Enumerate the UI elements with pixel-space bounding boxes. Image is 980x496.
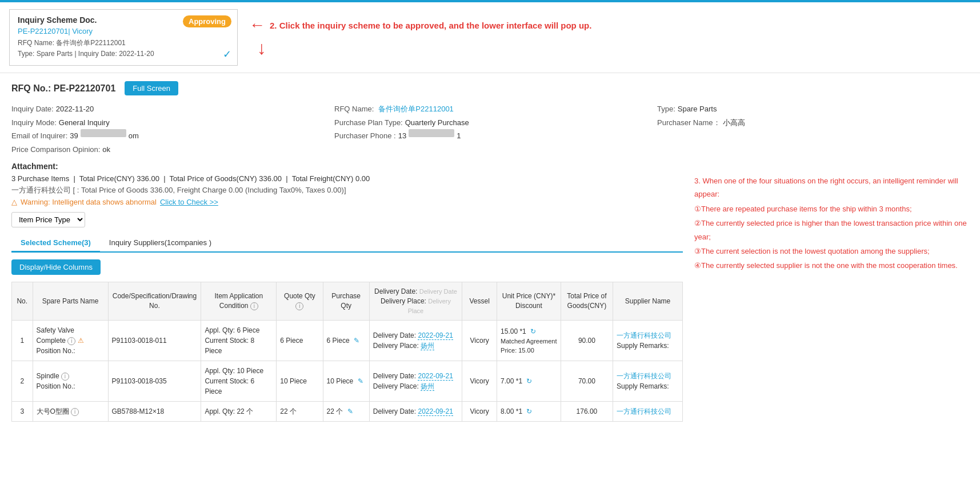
- td-quote-qty-2: 10 Piece: [277, 361, 323, 402]
- item-price-type-row: Item Price Type: [11, 212, 683, 227]
- tab-inquiry-suppliers[interactable]: Inquiry Suppliers(1companies ): [100, 234, 221, 251]
- refresh-icon-2[interactable]: ↻: [526, 377, 532, 385]
- warning-icon-1: ⚠: [78, 337, 84, 345]
- annotation-step2: ← 2. Click the inquiry scheme to be appr…: [249, 16, 591, 34]
- edit-icon-3[interactable]: ✎: [347, 407, 353, 415]
- td-total-price-3: 176.00: [561, 402, 613, 422]
- inquiry-card[interactable]: Inquiry Scheme Doc. PE-P22120701| Vicory…: [9, 9, 238, 66]
- phone-row: Purchaser Phone : 13 1: [334, 129, 646, 142]
- quote-qty-info-icon[interactable]: i: [295, 302, 303, 310]
- td-delivery-3: Delivery Date: 2022-09-21: [369, 402, 462, 422]
- card-rfq-name: RFQ Name: 备件询价单P22112001: [18, 38, 229, 49]
- rfq-name-value: 备件询价单P22112001: [378, 102, 454, 115]
- info-col2: RFQ Name: 备件询价单P22112001 Purchase Plan T…: [334, 102, 646, 156]
- display-hide-columns-button[interactable]: Display/Hide Columns: [11, 259, 101, 275]
- inquiry-mode-row: Inquiry Mode: General Inquiry: [11, 116, 323, 129]
- td-purchase-qty-1: 6 Piece ✎: [323, 321, 369, 361]
- td-supplier-name-1: 一方通行科技公司 Supply Remarks:: [613, 321, 683, 361]
- step3-annotation: 3. When one of the four situations on th…: [694, 174, 969, 273]
- th-item-application: Item Application Condition i: [201, 282, 277, 320]
- card-link[interactable]: PE-P22120701| Vicory: [18, 27, 229, 35]
- annotation-wrapper: ← 2. Click the inquiry scheme to be appr…: [238, 9, 591, 66]
- td-code-3: GB5788-M12×18: [108, 402, 201, 422]
- tab-selected-scheme[interactable]: Selected Scheme(3): [11, 234, 100, 253]
- tabs: Selected Scheme(3) Inquiry Suppliers(1co…: [11, 234, 683, 253]
- td-no-2: 2: [12, 361, 33, 402]
- spare-info-icon-3[interactable]: i: [71, 408, 79, 416]
- td-no-1: 1: [12, 321, 33, 361]
- spare-info-icon-2[interactable]: i: [61, 373, 69, 381]
- email-blurred: [81, 129, 126, 137]
- approving-badge: Approving: [183, 15, 231, 27]
- delivery-place-header: Delivery Place: Delivery Place: [373, 297, 458, 316]
- phone-suffix: 1: [457, 129, 461, 142]
- phone-prefix: 13: [398, 129, 406, 142]
- td-purchase-qty-3: 22 个 ✎: [323, 402, 369, 422]
- company-summary: 一方通行科技公司 [ : Total Price of Goods 336.00…: [11, 185, 683, 195]
- step3-item3: ③The current selection is not the lowest…: [694, 245, 969, 258]
- phone-blurred: [409, 129, 454, 137]
- td-total-price-2: 70.00: [561, 361, 613, 402]
- rfq-header: RFQ No.: PE-P22120701 Full Screen: [11, 81, 969, 95]
- email-prefix: 39: [70, 129, 78, 142]
- refresh-icon-1[interactable]: ↻: [530, 327, 536, 335]
- step3-item2: ②The currently selected price is higher …: [694, 217, 969, 243]
- td-app-cond-1: Appl. Qty: 6 Piece Current Stock: 8 Piec…: [201, 321, 277, 361]
- warning-triangle-icon: △: [11, 198, 17, 206]
- td-vessel-2: Vicory: [462, 361, 497, 402]
- info-col1: Inquiry Date: 2022-11-20 Inquiry Mode: G…: [11, 102, 323, 156]
- info-col3: Type: Spare Parts Purchaser Name： 小高高: [657, 102, 969, 156]
- item-application-info-icon[interactable]: i: [250, 302, 258, 310]
- td-delivery-1: Delivery Date: 2022-09-21 Delivery Place…: [369, 321, 462, 361]
- warning-check-link[interactable]: Click to Check >>: [160, 198, 218, 206]
- position-no-1: Position No.:: [37, 346, 105, 356]
- td-vessel-3: Vicory: [462, 402, 497, 422]
- td-code-2: P91103-0018-035: [108, 361, 201, 402]
- full-screen-button[interactable]: Full Screen: [125, 81, 178, 95]
- td-quote-qty-1: 6 Piece: [277, 321, 323, 361]
- inquiry-mode-value: General Inquiry: [59, 116, 110, 129]
- td-app-cond-2: Appl. Qty: 10 Piece Current Stock: 6 Pie…: [201, 361, 277, 402]
- inquiry-date-value: 2022-11-20: [56, 102, 94, 115]
- purchase-plan-value: Quarterly Purchase: [405, 116, 469, 129]
- td-unit-price-1: 15.00 *1 ↻ Matched Agreement Price: 15.0…: [497, 321, 561, 361]
- arrow-left-icon: ←: [249, 16, 265, 34]
- th-total-price: Total Price of Goods(CNY): [561, 282, 613, 320]
- th-code: Code/Specification/Drawing No.: [108, 282, 201, 320]
- td-delivery-2: Delivery Date: 2022-09-21 Delivery Place…: [369, 361, 462, 402]
- rfq-no: RFQ No.: PE-P22120701: [11, 83, 115, 94]
- price-opinion-value: ok: [102, 143, 110, 156]
- th-no: No.: [12, 282, 33, 320]
- purchaser-name-row: Purchaser Name： 小高高: [657, 116, 969, 129]
- td-vessel-1: Vicory: [462, 321, 497, 361]
- position-no-2: Position No.:: [37, 381, 105, 391]
- step3-title: 3. When one of the four situations on th…: [694, 174, 969, 201]
- arrow-down-icon: ↓: [249, 38, 266, 59]
- edit-icon-1[interactable]: ✎: [354, 337, 359, 345]
- td-code-1: P91103-0018-011: [108, 321, 201, 361]
- purchase-summary: 3 Purchase Items | Total Price(CNY) 336.…: [11, 174, 683, 183]
- type-row: Type: Spare Parts: [657, 102, 969, 115]
- step3-item1: ①There are repeated purchase items for t…: [694, 202, 969, 215]
- type-value: Spare Parts: [678, 102, 717, 115]
- refresh-icon-3[interactable]: ↻: [526, 407, 532, 415]
- td-unit-price-3: 8.00 *1 ↻: [497, 402, 561, 422]
- td-app-cond-3: Appl. Qty: 22 个: [201, 402, 277, 422]
- item-price-type-select[interactable]: Item Price Type: [11, 212, 85, 227]
- td-supplier-name-3: 一方通行科技公司: [613, 402, 683, 422]
- delivery-date-header: Delivery Date: Delivery Date: [373, 287, 458, 297]
- spare-info-icon-1[interactable]: i: [67, 337, 75, 345]
- step3-item4: ④The currently selected supplier is not …: [694, 259, 969, 272]
- rfq-name-row: RFQ Name: 备件询价单P22112001: [334, 102, 646, 115]
- th-vessel: Vessel: [462, 282, 497, 320]
- step3-annotation-area: 3. When one of the four situations on th…: [694, 174, 969, 422]
- purchase-plan-row: Purchase Plan Type: Quarterly Purchase: [334, 116, 646, 129]
- td-no-3: 3: [12, 402, 33, 422]
- table-row: 1 Safety Valve Complete i ⚠ Position No.…: [12, 321, 683, 361]
- edit-icon-2[interactable]: ✎: [358, 377, 363, 385]
- card-link-anchor[interactable]: PE-P22120701| Vicory: [18, 27, 93, 35]
- content-left: 3 Purchase Items | Total Price(CNY) 336.…: [11, 174, 683, 422]
- th-supplier-name: Supplier Name: [613, 282, 683, 320]
- check-mark-icon: ✓: [223, 48, 231, 61]
- th-quote-qty: Quote Qty i: [277, 282, 323, 320]
